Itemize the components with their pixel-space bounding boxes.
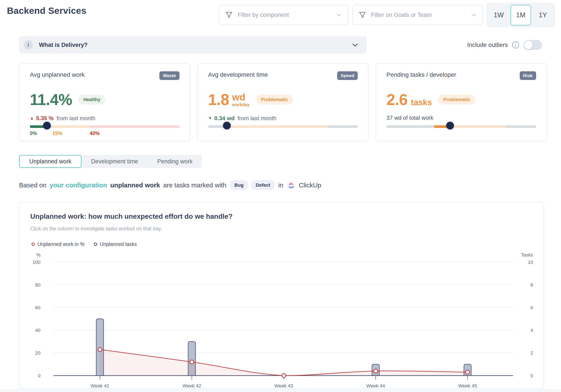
next-section-edge (0, 389, 561, 392)
status-badge: Problematic (256, 95, 293, 105)
metric-unit: tasks (411, 98, 432, 107)
speed-tag: Speed (337, 71, 358, 80)
right-axis-tick: 0 (530, 373, 533, 378)
threshold-slider (30, 125, 180, 128)
delta-up-icon: ▲ (30, 116, 34, 121)
slider-segment (52, 125, 90, 128)
slider-knob (223, 122, 231, 129)
funnel-icon (359, 11, 366, 19)
right-axis-tick: 2 (530, 350, 533, 356)
clickup-logo-icon (287, 181, 296, 190)
delta-down-icon: ▼ (208, 116, 212, 121)
config-connector: in (278, 182, 283, 189)
waste-tag: Waste (159, 71, 180, 80)
right-axis-tick: 6 (530, 305, 533, 310)
delta-value: 5.35 % (36, 115, 54, 122)
info-icon: i (24, 41, 33, 50)
banner-label: What is Delivery? (39, 42, 87, 48)
left-axis-tick: 100 (32, 259, 41, 265)
left-axis-tick: 20 (35, 350, 41, 356)
chevron-down-icon (471, 12, 477, 18)
info-circle-icon[interactable] (512, 41, 519, 49)
slider-labels (387, 131, 536, 137)
slider-segment (506, 125, 536, 128)
time-range-1m[interactable]: 1M (510, 5, 531, 25)
your-configuration-link[interactable]: your configuration (50, 182, 107, 189)
card-pending-tasks: Pending tasks / developer Risk 2.6 tasks… (376, 63, 547, 141)
slider-scale-label: 40% (90, 131, 100, 136)
right-axis-tick: 4 (530, 328, 533, 333)
card-title: Pending tasks / developer (387, 71, 456, 78)
status-badge: Problematic (438, 95, 475, 105)
status-badge: Healthy (78, 95, 105, 105)
dashboard-page: Backend Services Filter by component Fil… (0, 0, 561, 392)
right-axis-title: Tasks (521, 252, 533, 258)
right-axis-tick: 8 (530, 282, 533, 288)
left-axis-tick: 40 (35, 328, 41, 333)
outliers-label: Include outliers (467, 41, 508, 48)
chevron-down-icon (336, 12, 342, 18)
filter-by-component-dropdown[interactable]: Filter by component (219, 5, 348, 25)
slider-knob (446, 122, 454, 129)
x-label-week-44: Week 44 (366, 383, 385, 389)
tab-development-time[interactable]: Development time (82, 155, 148, 168)
chip-defect: Defect (251, 180, 275, 190)
threshold-slider (387, 125, 536, 128)
right-axis-tick: 10 (528, 259, 533, 265)
metric-unit-sub: workday (232, 103, 249, 107)
tab-unplanned-work[interactable]: Unplanned work (19, 155, 82, 168)
time-range-1y[interactable]: 1Y (532, 5, 553, 25)
marker-week-44 (374, 369, 378, 373)
delta-suffix: from last month (238, 115, 276, 122)
metric-value: 1.8 (208, 91, 229, 108)
chip-bug: Bug (230, 180, 248, 190)
marker-week-45 (466, 370, 470, 374)
slider-knob (43, 122, 51, 129)
slider-scale-label: 15% (52, 131, 62, 136)
marker-week-43 (282, 374, 286, 378)
page-title: Backend Services (7, 6, 86, 16)
slider-segment (450, 125, 506, 128)
what-is-delivery-banner[interactable]: i What is Delivery? (19, 36, 367, 54)
config-middle: are tasks marked with (163, 182, 227, 189)
time-range-1w[interactable]: 1W (488, 5, 509, 25)
toggle-knob (524, 41, 533, 49)
chevron-down-icon[interactable] (351, 41, 359, 49)
left-axis-tick: 60 (35, 305, 41, 310)
metric-tabs: Unplanned workDevelopment timePending wo… (19, 155, 202, 168)
slider-labels (208, 131, 358, 137)
funnel-icon (225, 11, 233, 19)
time-range-selector: 1W1M1Y (487, 3, 555, 27)
config-bold: unplanned work (110, 182, 160, 189)
x-label-week-42: Week 42 (183, 383, 201, 389)
slider-segment (387, 125, 434, 128)
tag-chips: BugDefect (230, 180, 275, 190)
slider-scale-label: 0% (30, 131, 37, 136)
configuration-sentence: Based on your configuration unplanned wo… (19, 180, 321, 191)
card-title: Avg unplanned work (30, 71, 85, 78)
card-avg-unplanned-work: Avg unplanned work Waste 11.4% Healthy ▲… (19, 63, 190, 141)
metric-unit: wd (232, 93, 249, 102)
total-work-subtext: 37 wd of total work (387, 114, 536, 122)
metric-value: 11.4% (30, 91, 72, 108)
unplanned-work-area (100, 350, 468, 376)
unplanned-work-chart-card: Unplanned work: how much unexpected effo… (19, 202, 544, 389)
filter-placeholder: Filter by component (238, 12, 289, 18)
left-axis-tick: 0 (38, 373, 41, 378)
tab-pending-work[interactable]: Pending work (148, 155, 202, 168)
filter-placeholder: Filter on Goals or Team (371, 12, 432, 18)
filter-goals-team-dropdown[interactable]: Filter on Goals or Team (353, 5, 483, 25)
unplanned-work-chart: 100806040200%1086420TasksWeek 41Week 42W… (20, 202, 543, 389)
risk-tag: Risk (520, 71, 536, 80)
delta-suffix: from last month (57, 115, 95, 122)
marker-week-41 (98, 348, 102, 351)
slider-segment (224, 125, 327, 128)
slider-labels: 0%15%40% (30, 131, 180, 137)
include-outliers-control: Include outliers (467, 39, 542, 52)
config-prefix: Based on (19, 182, 46, 189)
card-avg-development-time: Avg development time Speed 1.8 wd workda… (197, 63, 368, 141)
outliers-toggle[interactable] (523, 40, 542, 50)
marker-week-42 (190, 360, 194, 364)
metric-value: 2.6 (387, 91, 408, 108)
x-label-week-41: Week 41 (91, 383, 109, 389)
